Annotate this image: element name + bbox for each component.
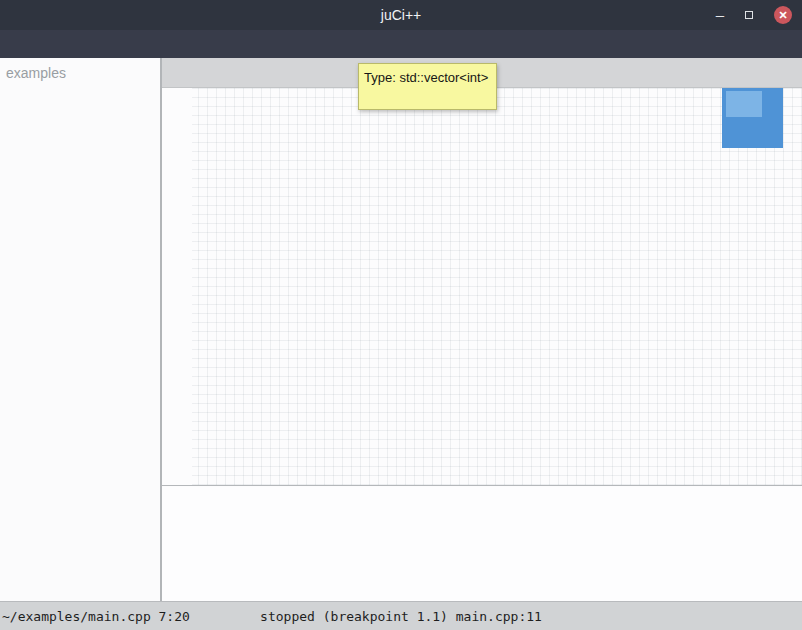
window-title: juCi++ [381, 7, 421, 23]
file-tree-panel: examples [0, 58, 160, 601]
minimize-button[interactable]: – [716, 0, 724, 30]
tooltip-type-line: Type: std::vector<int> [364, 70, 488, 85]
restore-button[interactable] [741, 7, 757, 23]
title-bar: juCi++ – ✕ [0, 0, 802, 30]
app-window: juCi++ – ✕ examples ~/examples/main.cpp … [0, 0, 802, 630]
code-editor[interactable] [162, 88, 802, 486]
terminal-panel[interactable] [162, 487, 802, 601]
debug-value-tooltip: Type: std::vector<int> [358, 63, 497, 110]
overview-highlight [726, 91, 762, 117]
window-controls: – ✕ [716, 0, 792, 30]
line-number-gutter[interactable] [162, 88, 192, 485]
scroll-overview[interactable] [722, 88, 783, 148]
project-header: examples [0, 58, 160, 87]
status-bar: ~/examples/main.cpp 7:20 stopped (breakp… [0, 601, 802, 630]
status-cursor-location: ~/examples/main.cpp 7:20 [2, 609, 190, 624]
menu-bar [0, 30, 802, 58]
restore-icon [745, 11, 753, 19]
close-button[interactable]: ✕ [774, 6, 792, 24]
